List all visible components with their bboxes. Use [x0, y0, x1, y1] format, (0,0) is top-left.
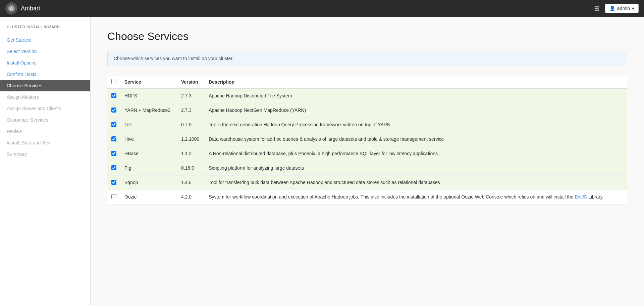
- col-header-service: Service: [120, 76, 177, 89]
- service-check-cell: [107, 132, 120, 147]
- sidebar-item-confirm-hosts[interactable]: Confirm Hosts: [0, 69, 90, 80]
- service-checkbox-pig[interactable]: [111, 165, 116, 170]
- service-name-cell: Tez: [120, 118, 177, 132]
- extjs-link[interactable]: ExtJS: [575, 194, 587, 200]
- service-version-cell: 2.7.3: [177, 103, 205, 118]
- table-row: Pig0.16.0Scripting platform for analyzin…: [107, 161, 627, 176]
- sidebar-item-review: Review: [0, 126, 90, 137]
- sidebar-item-install-options[interactable]: Install Options: [0, 57, 90, 69]
- user-icon: 👤: [609, 6, 615, 11]
- service-description-cell: Apache Hadoop Distributed File System: [205, 89, 627, 103]
- service-version-cell: 2.7.3: [177, 89, 205, 103]
- service-version-cell: 0.16.0: [177, 161, 205, 176]
- service-name-cell: YARN + MapReduce2: [120, 103, 177, 118]
- service-version-cell: 1.4.6: [177, 176, 205, 190]
- user-label: admin: [617, 6, 630, 11]
- service-version-cell: 0.7.0: [177, 118, 205, 132]
- service-version-cell: 1.1.2: [177, 147, 205, 161]
- sidebar-item-get-started[interactable]: Get Started: [0, 34, 90, 46]
- service-checkbox-tez[interactable]: [111, 122, 116, 127]
- navbar: Ambari ⊞ 👤 admin ▾: [0, 0, 644, 17]
- select-all-checkbox[interactable]: [111, 79, 116, 84]
- table-row: Oozie4.2.0System for workflow coordinati…: [107, 190, 627, 205]
- sidebar-item-assign-masters: Assign Masters: [0, 91, 90, 103]
- service-description-cell: System for workflow coordination and exe…: [205, 190, 627, 205]
- service-checkbox-oozie[interactable]: [111, 194, 116, 199]
- sidebar-section-title: CLUSTER INSTALL WIZARD: [0, 25, 90, 34]
- service-description-cell: Data warehouse system for ad-hoc queries…: [205, 132, 627, 147]
- service-checkbox-hive[interactable]: [111, 136, 116, 141]
- service-name-cell: HDFS: [120, 89, 177, 103]
- service-check-cell: [107, 161, 120, 176]
- service-description-cell: A Non-relational distributed database, p…: [205, 147, 627, 161]
- service-name-cell: Sqoop: [120, 176, 177, 190]
- service-check-cell: [107, 190, 120, 205]
- service-check-cell: [107, 89, 120, 103]
- main-layout: CLUSTER INSTALL WIZARD Get Started Selec…: [0, 17, 644, 305]
- info-box: Choose which services you want to instal…: [107, 51, 627, 66]
- service-description-cell: Scripting platform for analyzing large d…: [205, 161, 627, 176]
- grid-icon[interactable]: ⊞: [594, 4, 600, 12]
- col-header-check: [107, 76, 120, 89]
- svg-point-0: [8, 5, 15, 12]
- table-row: Sqoop1.4.6Tool for transferring bulk dat…: [107, 176, 627, 190]
- sidebar: CLUSTER INSTALL WIZARD Get Started Selec…: [0, 17, 91, 305]
- sidebar-item-customize-services: Customize Services: [0, 114, 90, 126]
- service-checkbox-sqoop[interactable]: [111, 180, 116, 185]
- service-checkbox-hbase[interactable]: [111, 151, 116, 156]
- service-check-cell: [107, 118, 120, 132]
- ambari-logo: [5, 2, 17, 14]
- col-header-description: Description: [205, 76, 627, 89]
- sidebar-item-select-version[interactable]: Select Version: [0, 46, 90, 57]
- service-description-cell: Apache Hadoop NextGen MapReduce (YARN): [205, 103, 627, 118]
- service-name-cell: HBase: [120, 147, 177, 161]
- service-check-cell: [107, 103, 120, 118]
- service-version-cell: 1.2.1000: [177, 132, 205, 147]
- service-checkbox-yarn---mapreduce2[interactable]: [111, 107, 116, 113]
- sidebar-item-assign-slaves: Assign Slaves and Clients: [0, 103, 90, 114]
- app-name: Ambari: [21, 5, 40, 12]
- table-row: Tez0.7.0Tez is the next generation Hadoo…: [107, 118, 627, 132]
- service-check-cell: [107, 147, 120, 161]
- table-row: Hive1.2.1000Data warehouse system for ad…: [107, 132, 627, 147]
- service-name-cell: Pig: [120, 161, 177, 176]
- user-menu-button[interactable]: 👤 admin ▾: [605, 4, 639, 13]
- service-description-cell: Tez is the next generation Hadoop Query …: [205, 118, 627, 132]
- sidebar-item-install-start-test: Install, Start and Test: [0, 137, 90, 148]
- service-name-cell: Oozie: [120, 190, 177, 205]
- table-row: HDFS2.7.3Apache Hadoop Distributed File …: [107, 89, 627, 103]
- sidebar-item-summary: Summary: [0, 148, 90, 160]
- navbar-right: ⊞ 👤 admin ▾: [594, 4, 639, 13]
- table-row: YARN + MapReduce22.7.3Apache Hadoop Next…: [107, 103, 627, 118]
- service-checkbox-hdfs[interactable]: [111, 93, 116, 98]
- page-title: Choose Services: [107, 30, 627, 43]
- service-description-cell: Tool for transferring bulk data between …: [205, 176, 627, 190]
- service-name-cell: Hive: [120, 132, 177, 147]
- col-header-version: Version: [177, 76, 205, 89]
- services-table: Service Version Description HDFS2.7.3Apa…: [107, 76, 627, 205]
- navbar-brand: Ambari: [5, 2, 40, 14]
- table-row: HBase1.1.2A Non-relational distributed d…: [107, 147, 627, 161]
- sidebar-item-choose-services: Choose Services: [0, 80, 90, 91]
- service-version-cell: 4.2.0: [177, 190, 205, 205]
- service-check-cell: [107, 176, 120, 190]
- content-area: Choose Services Choose which services yo…: [91, 17, 644, 305]
- user-caret: ▾: [632, 6, 634, 11]
